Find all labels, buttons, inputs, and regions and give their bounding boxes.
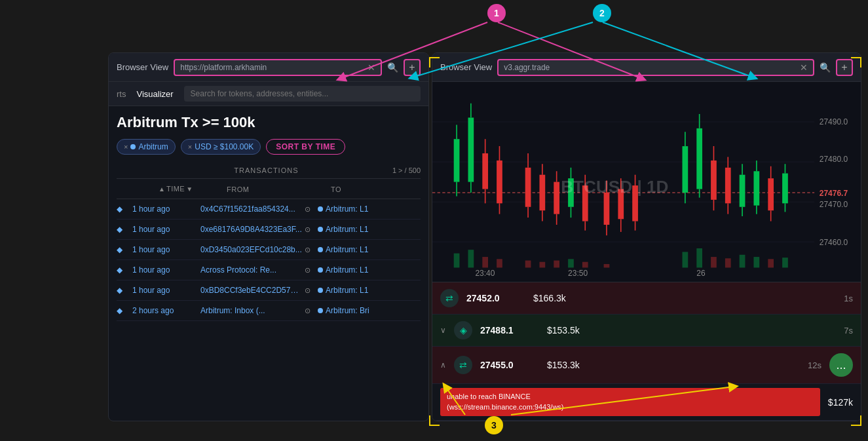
svg-rect-76 [525,261,531,268]
right-browser-header: Browser View v3.aggr.trade ✕ 🔍 + [432,53,861,82]
chart-area: 27490.0 27480.0 27476.7 27470.0 27460.0 … [432,82,861,282]
left-nav-bar: rts Visualizer [109,82,428,106]
transaction-rows: ◆ 1 hour ago 0x4C67f15621faa854324... ⊙ … [117,199,421,321]
chain-icon [318,308,323,313]
sort-by-time-button[interactable]: SORT BY TIME [266,139,345,155]
svg-rect-89 [782,258,788,267]
trade-time: 7s [833,326,853,336]
trade-price: 27488.1 [480,325,539,336]
filter-usd[interactable]: × USD ≥ $100.00K [181,139,261,155]
right-url-close[interactable]: ✕ [800,63,808,72]
resize-handle-tr[interactable] [851,57,861,67]
svg-rect-86 [740,255,745,268]
tx-type-icon: ◆ [117,245,130,254]
tx-time: 1 hour ago [132,204,198,214]
tx-to[interactable]: Arbitrum: L1 [318,204,421,214]
chevron-down-icon: ∨ [440,326,446,335]
svg-text:27470.0: 27470.0 [820,200,848,209]
price-chart: 27490.0 27480.0 27476.7 27470.0 27460.0 … [432,82,861,282]
tx-time: 1 hour ago [132,225,198,234]
left-url-close[interactable]: ✕ [368,63,375,72]
nav-item-visualizer[interactable]: Visualizer [136,89,173,99]
nav-search-input[interactable] [184,86,421,102]
svg-rect-48 [683,146,689,193]
left-browser-header: Browser View https://platform.arkhamin ✕… [109,53,428,82]
svg-rect-15 [468,118,474,182]
arbitrum-dot [130,144,136,149]
sort-arrow: ▲ [159,185,165,193]
tx-from[interactable]: 0xD3450a023EFCd10c28b... [200,245,302,254]
left-search-icon[interactable]: 🔍 [387,62,398,73]
error-detail: (wss://stream.binance.com:9443/ws) [447,402,814,412]
annotation-3: 3 [485,416,503,434]
time-filter-icon: ▼ [186,185,193,193]
svg-rect-81 [604,264,610,267]
tx-from[interactable]: 0x4C67f15621faa854324... [200,204,302,214]
svg-rect-27 [540,175,546,211]
svg-text:27480.0: 27480.0 [820,155,848,164]
filter-arbitrum[interactable]: × Arbitrum [117,139,176,155]
tx-from[interactable]: Across Protocol: Re... [200,265,302,275]
chain-icon [318,206,323,212]
trade-time: 1s [833,294,853,303]
svg-rect-39 [604,193,610,225]
chain-icon [318,247,323,252]
tx-to[interactable]: Arbitrum: L1 [318,265,421,275]
tx-type-icon: ◆ [117,265,130,275]
more-options-button[interactable]: ... [829,353,853,377]
left-url-bar[interactable]: https://platform.arkhamin ✕ [174,59,382,76]
resize-handle-br[interactable] [851,415,861,426]
trade-row: ⇄ 27452.0 $166.3k 1s [432,282,861,315]
tx-type-icon: ◆ [117,204,130,214]
right-url-bar[interactable]: v3.aggr.trade ✕ [497,59,814,76]
tx-to[interactable]: Arbitrum: L1 [318,286,421,295]
left-browser-title: Browser View [117,62,168,72]
tx-time: 1 hour ago [132,286,198,295]
table-columns: ▲ TIME ▼ FROM TO [117,179,421,199]
nav-item-rts[interactable]: rts [117,89,126,99]
right-browser-panel: Browser View v3.aggr.trade ✕ 🔍 + [432,52,861,421]
right-search-icon[interactable]: 🔍 [820,62,831,73]
tx-to[interactable]: Arbitrum: L1 [318,225,421,234]
transactions-label: TRANSACTIONS [140,166,392,174]
right-browser-title: Browser View [440,62,492,72]
tx-to[interactable]: Arbitrum: L1 [318,245,421,254]
annotation-1: 1 [487,4,506,22]
tx-time: 2 hours ago [132,306,198,315]
svg-rect-87 [754,257,760,267]
annotation-2: 2 [593,4,611,22]
tx-to[interactable]: Arbitrum: Bri [318,306,421,315]
svg-rect-84 [711,257,717,267]
filter-arbitrum-close[interactable]: × [124,143,128,151]
left-add-tab-button[interactable]: + [404,59,421,76]
tx-type-icon: ◆ [117,306,130,315]
trade-direction-icon: ⇄ [440,289,459,307]
trade-row: ∧ ⇄ 27455.0 $153.3k 12s ... [432,347,861,384]
svg-rect-66 [768,178,774,210]
trade-price: 27455.0 [480,360,539,370]
resize-handle-tl[interactable] [429,57,440,67]
filter-usd-close[interactable]: × [188,143,192,151]
trade-price: 27452.0 [466,293,525,303]
resize-handle-bl[interactable] [429,415,440,426]
svg-rect-24 [525,168,531,207]
left-content-area: Arbitrum Tx >= 100k × Arbitrum × USD ≥ $… [109,106,428,421]
svg-rect-79 [568,259,574,267]
chain-icon [318,227,323,232]
tx-from[interactable]: 0xBD8CCf3ebE4CC2D5796... [200,286,302,295]
svg-text:23:50: 23:50 [568,269,588,278]
svg-text:BTCUSD | 1D: BTCUSD | 1D [561,177,668,197]
tx-from[interactable]: Arbitrum: Inbox (... [200,306,302,315]
svg-rect-54 [711,161,717,200]
right-url-text: v3.aggr.trade [504,63,796,72]
filter-arbitrum-label: Arbitrum [138,142,168,151]
filter-usd-label: USD ≥ $100.00K [195,142,254,151]
tx-from[interactable]: 0xe68176A9D8A4323Ea3F... [200,225,302,234]
tx-type-icon: ◆ [117,225,130,234]
svg-rect-85 [725,258,731,267]
svg-rect-74 [482,257,488,267]
trade-value: $127k [828,397,853,408]
table-row: ◆ 1 hour ago 0xD3450a023EFCd10c28b... ⊙ … [117,240,421,260]
svg-rect-77 [540,262,546,268]
svg-rect-18 [482,153,488,189]
